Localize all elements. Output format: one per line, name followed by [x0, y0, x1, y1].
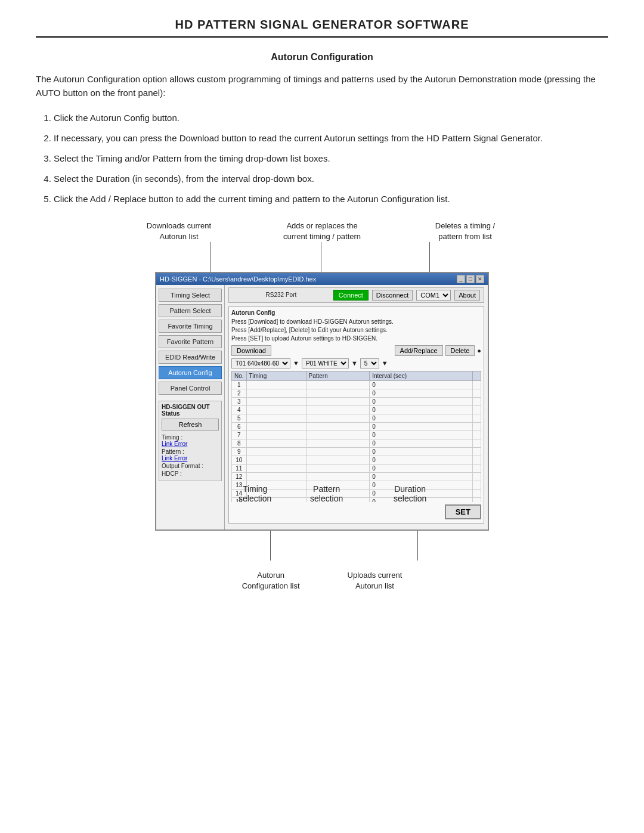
table-cell: 0: [370, 422, 473, 431]
add-replace-button[interactable]: Add/Replace: [395, 345, 443, 356]
nav-autorun-config[interactable]: Autorun Config: [159, 366, 222, 379]
maximize-button[interactable]: □: [466, 275, 475, 283]
step-4: Select the Duration (in seconds), from t…: [54, 172, 608, 186]
table-cell: [306, 447, 370, 456]
connector-uploads: [417, 531, 418, 561]
step-2: If necessary, you can press the Download…: [54, 131, 608, 145]
timing-pattern-row: T01 640x480-60 ▼ P01 WHITE ▼ 5 ▼: [231, 358, 481, 368]
table-cell: [246, 472, 306, 481]
connector-download: [210, 242, 211, 272]
timing-select[interactable]: T01 640x480-60: [231, 358, 290, 368]
table-cell: 0: [370, 414, 473, 422]
connect-button[interactable]: Connect: [333, 290, 369, 301]
table-cell: [246, 456, 306, 464]
table-cell: 0: [370, 397, 473, 405]
table-row: 40: [232, 405, 481, 414]
table-row: 150: [232, 497, 481, 502]
table-cell: [306, 405, 370, 414]
output-format-row: Output Format :: [162, 463, 219, 469]
nav-favorite-timing[interactable]: Favorite Timing: [159, 320, 222, 333]
about-button[interactable]: About: [454, 290, 480, 301]
table-cell: 0: [370, 456, 473, 464]
table-cell: 0: [370, 472, 473, 481]
step-1: Click the Autorun Config button.: [54, 111, 608, 125]
table-cell: 8: [232, 439, 247, 447]
table-row: 50: [232, 414, 481, 422]
nav-timing-select[interactable]: Timing Select: [159, 289, 222, 302]
page-title: HD PATTERN SIGNAL GENERATOR SOFTWARE: [36, 18, 608, 32]
autorun-table: No. Timing Pattern Interval (sec) 102030…: [231, 371, 481, 502]
nav-favorite-pattern[interactable]: Favorite Pattern: [159, 335, 222, 348]
table-cell-scroll: [473, 405, 481, 414]
autorun-config-box: Autorun Config Press [Download] to downl…: [228, 306, 484, 524]
right-panel: RS232 Port Connect Disconnect COM1 About…: [225, 285, 488, 529]
output-format-label: Output Format :: [162, 463, 203, 469]
col-header-no: No.: [232, 371, 247, 380]
table-row: 60: [232, 422, 481, 431]
page-title-container: HD PATTERN SIGNAL GENERATOR SOFTWARE: [36, 18, 608, 38]
table-cell: [306, 497, 370, 502]
table-cell: 0: [370, 464, 473, 472]
table-cell: [306, 472, 370, 481]
table-cell: [246, 422, 306, 431]
section-heading: Autorun Configuration: [36, 52, 608, 63]
table-cell: 0: [370, 431, 473, 439]
table-cell: 0: [370, 405, 473, 414]
minimize-button[interactable]: _: [457, 275, 465, 283]
table-cell: 5: [232, 414, 247, 422]
table-cell: [306, 422, 370, 431]
table-cell-scroll: [473, 389, 481, 397]
table-cell: 0: [370, 380, 473, 389]
table-cell: 2: [232, 389, 247, 397]
pattern-status-row: Pattern : Link Error: [162, 448, 219, 462]
top-annotations: Downloads currentAutorun list Adds or re…: [95, 221, 549, 242]
table-cell-scroll: [473, 464, 481, 472]
table-cell: [246, 497, 306, 502]
table-cell: [306, 456, 370, 464]
nav-edid-readwrite[interactable]: EDID Read/Write: [159, 351, 222, 364]
refresh-button[interactable]: Refresh: [162, 419, 219, 431]
download-button[interactable]: Download: [231, 345, 271, 356]
com-port-select[interactable]: COM1: [416, 290, 451, 301]
table-cell: [246, 414, 306, 422]
table-cell: [246, 464, 306, 472]
ann-uploads-label: Uploads currentAutorun list: [348, 570, 402, 592]
table-cell: 11: [232, 464, 247, 472]
table-cell: 4: [232, 405, 247, 414]
status-section: HD-SIGGEN OUT Status Refresh Timing : Li…: [159, 401, 222, 481]
pattern-select[interactable]: P01 WHITE: [302, 358, 349, 368]
table-cell-scroll: [473, 456, 481, 464]
table-cell: 0: [370, 389, 473, 397]
table-cell: [306, 439, 370, 447]
table-cell-scroll: [473, 489, 481, 497]
table-cell-scroll: [473, 497, 481, 502]
table-cell-scroll: [473, 472, 481, 481]
autorun-actions: Download Add/Replace Delete ●: [231, 345, 481, 356]
table-row: 140: [232, 489, 481, 497]
table-cell: 10: [232, 456, 247, 464]
title-bar-controls: _ □ ✕: [457, 275, 484, 283]
hdcp-row: HDCP :: [162, 470, 219, 477]
nav-panel-control[interactable]: Panel Control: [159, 382, 222, 395]
table-cell-scroll: [473, 439, 481, 447]
table-cell: [306, 464, 370, 472]
table-cell: [306, 389, 370, 397]
connector-add: [321, 242, 321, 272]
table-cell-scroll: [473, 422, 481, 431]
table-cell: 14: [232, 489, 247, 497]
rs232-bar: RS232 Port Connect Disconnect COM1 About: [228, 287, 484, 303]
nav-pattern-select[interactable]: Pattern Select: [159, 304, 222, 317]
connector-autorun-list: [270, 531, 271, 561]
interval-select[interactable]: 5: [360, 358, 379, 368]
table-row: 130: [232, 481, 481, 489]
ann-adds-label: Adds or replaces thecurrent timing / pat…: [250, 221, 394, 242]
delete-button[interactable]: Delete: [445, 345, 475, 356]
col-header-pattern: Pattern: [306, 371, 370, 380]
table-cell: [246, 405, 306, 414]
disconnect-button[interactable]: Disconnect: [372, 290, 413, 301]
table-cell: [246, 397, 306, 405]
timing-status-row: Timing : Link Error: [162, 434, 219, 447]
set-button[interactable]: SET: [445, 504, 481, 519]
status-title: HD-SIGGEN OUT Status: [162, 404, 219, 417]
close-button[interactable]: ✕: [476, 275, 484, 283]
